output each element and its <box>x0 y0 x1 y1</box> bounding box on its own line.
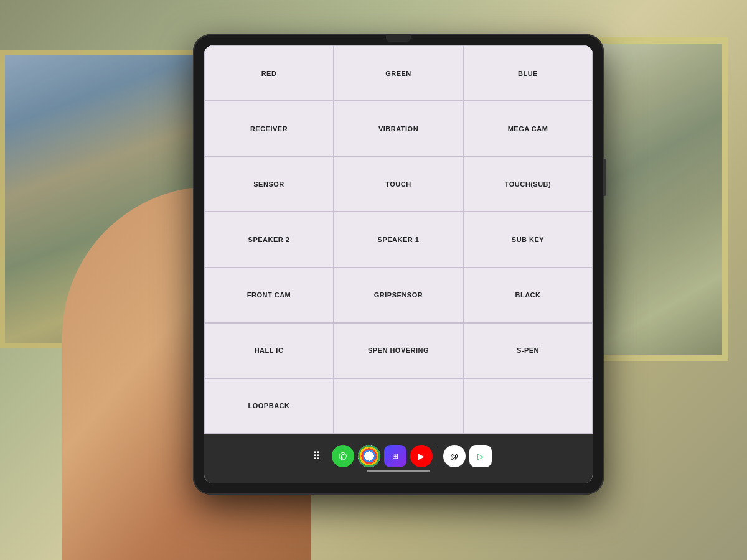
phone-app-button[interactable]: ✆ <box>332 445 354 467</box>
threads-button[interactable]: @ <box>443 445 466 467</box>
cell-loopback[interactable]: LOOPBACK <box>204 378 334 434</box>
samsung-apps-button[interactable]: ⊞ <box>384 445 406 467</box>
cell-speaker2[interactable]: SPEAKER 2 <box>204 212 334 267</box>
screen-content: RED GREEN BLUE RECEIVER VIBRATION MEGA C… <box>204 45 593 434</box>
taskbar-icons: ⠿ ✆ ◎ ⊞ ▶ @ ▷ <box>306 445 492 467</box>
cell-gripsensor[interactable]: GRIPSENSOR <box>334 268 463 323</box>
cell-black[interactable]: BLACK <box>463 268 593 323</box>
cell-green[interactable]: GREEN <box>334 45 463 101</box>
samsung-apps-icon: ⊞ <box>392 452 398 460</box>
google-play-button[interactable]: ▷ <box>469 445 492 467</box>
cell-front-cam[interactable]: FRONT CAM <box>204 268 334 323</box>
cell-blue[interactable]: BLUE <box>463 45 593 101</box>
taskbar-divider <box>438 447 438 465</box>
phone-device: RED GREEN BLUE RECEIVER VIBRATION MEGA C… <box>193 34 604 495</box>
chrome-button[interactable]: ◎ <box>358 445 380 467</box>
grid-icon: ⠿ <box>312 449 321 463</box>
cell-sensor[interactable]: SENSOR <box>204 156 334 212</box>
cell-red[interactable]: RED <box>204 45 334 101</box>
cell-s-pen[interactable]: S-PEN <box>463 323 593 378</box>
cell-vibration[interactable]: VIBRATION <box>334 101 463 156</box>
phone-screen: RED GREEN BLUE RECEIVER VIBRATION MEGA C… <box>204 45 593 483</box>
home-indicator[interactable] <box>367 470 430 472</box>
cell-receiver[interactable]: RECEIVER <box>204 101 334 156</box>
youtube-button[interactable]: ▶ <box>410 445 433 467</box>
cell-empty-1 <box>334 378 463 434</box>
play-store-icon: ▷ <box>477 452 484 461</box>
youtube-icon: ▶ <box>418 451 425 461</box>
cell-touch[interactable]: TOUCH <box>334 156 463 212</box>
cell-empty-2 <box>463 378 593 434</box>
taskbar: ⠿ ✆ ◎ ⊞ ▶ @ ▷ <box>204 434 593 483</box>
test-grid: RED GREEN BLUE RECEIVER VIBRATION MEGA C… <box>204 45 593 434</box>
phone-icon: ✆ <box>339 450 347 462</box>
cell-mega-cam[interactable]: MEGA CAM <box>463 101 593 156</box>
threads-icon: @ <box>450 452 458 461</box>
cell-sub-key[interactable]: SUB KEY <box>463 212 593 267</box>
cell-speaker1[interactable]: SPEAKER 1 <box>334 212 463 267</box>
app-drawer-button[interactable]: ⠿ <box>306 445 328 467</box>
cell-spen-hovering[interactable]: SPEN HOVERING <box>334 323 463 378</box>
phone-hinge <box>386 34 411 42</box>
side-button[interactable] <box>604 159 606 196</box>
cell-hall-ic[interactable]: HALL IC <box>204 323 334 378</box>
cell-touch-sub[interactable]: TOUCH(SUB) <box>463 156 593 212</box>
